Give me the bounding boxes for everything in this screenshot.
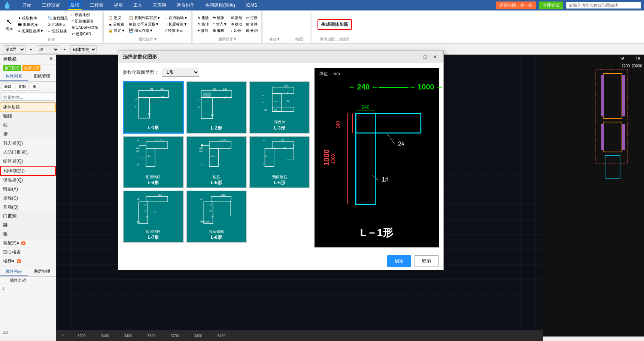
- shape-l6[interactable]: s2↕ 3# ←b1→ 2# ←b1 1# 预留钢筋 L-6形: [249, 136, 310, 188]
- sidebar-item-civil-defense[interactable]: 人防门框墙(...: [0, 148, 56, 157]
- shape-l7[interactable]: ←Ls2→ s2↕ 3# 2# ←b1→ 1# 4# 预留钢筋 L-7形: [123, 191, 184, 243]
- save-element-btn[interactable]: 💾 图元存盘▼: [127, 28, 162, 34]
- convert-element-btn[interactable]: ⇄ 转换图元: [163, 28, 189, 34]
- svg-text:←Ls2→: ←Ls2→: [157, 88, 166, 90]
- define-btn[interactable]: 📋 定义: [107, 15, 127, 21]
- menu-start[interactable]: 开始: [20, 1, 34, 9]
- menu-project-settings[interactable]: 工程设置: [40, 1, 62, 9]
- length-mark-btn[interactable]: ⊣ 长度标注▼: [163, 21, 189, 27]
- filter-element-btn[interactable]: ⊘ 过滤图元: [46, 22, 70, 28]
- general-ops-col2: ⇆ 镜像 ≡ 对齐▼ ⊞ 偏移: [211, 15, 229, 34]
- attr-select-btn[interactable]: ≡ 按属性选择▼: [16, 28, 45, 34]
- shape-l1[interactable]: ←b1→ ←Ls2→ s2↕ s1↕ 2# 1# L-1形: [123, 81, 184, 134]
- menu-igms[interactable]: IGMS: [243, 2, 259, 9]
- cancel-btn[interactable]: 取消: [414, 255, 439, 267]
- offset-btn[interactable]: ⊞ 偏移: [211, 28, 229, 34]
- restore-cad-btn[interactable]: ↩ 还原CAD: [70, 31, 100, 37]
- shape-l3[interactable]: ←Ls2→ s2↕ b1↕ 1 ←b1→ 2# 4# 3#: [249, 81, 310, 134]
- ribbon-draw-btns: [290, 12, 308, 37]
- sidebar-item-stairs[interactable]: 楼梯● ●: [0, 257, 56, 266]
- component-search-input[interactable]: [1, 94, 54, 101]
- extend-btn[interactable]: ↕ 延伸: [230, 28, 244, 34]
- sidebar-item-masonry-wall[interactable]: 砌体墙(Q): [0, 157, 56, 166]
- sidebar-item-hidden-beam[interactable]: 暗梁(A): [0, 185, 56, 194]
- sidebar-item-insulation[interactable]: 保温墙(Q): [0, 176, 56, 185]
- copy-component-btn[interactable]: 复制: [16, 83, 28, 91]
- copy2-btn[interactable]: ⊞ 复制: [230, 15, 244, 21]
- trial-badge[interactable]: 免费试用: [22, 65, 40, 71]
- general-ops-col1: ✕ 删除 ↻ 旋转 + 修剪: [196, 15, 210, 34]
- sidebar-item-wall-buttress[interactable]: 墙垛(E): [0, 194, 56, 203]
- menu-pricing[interactable]: 造价协作: [174, 1, 197, 9]
- sidebar-tab-drawings[interactable]: 图纸管理: [28, 72, 56, 81]
- auto-align-btn[interactable]: ⊞ 自动平齐顶板▼: [127, 21, 162, 27]
- attr-num-header: [0, 277, 7, 284]
- break-btn[interactable]: ✂ 打断: [244, 15, 259, 21]
- delete-component-btn[interactable]: 删: [30, 83, 39, 91]
- confirm-btn[interactable]: 确定: [387, 255, 411, 267]
- modify-btn[interactable]: + 修剪: [196, 28, 210, 34]
- dialog-minimize-btn[interactable]: □: [422, 53, 428, 61]
- align-btn[interactable]: ≡ 对齐▼: [211, 21, 229, 27]
- cad-identify-btn[interactable]: ⊞ CAD识别选项: [70, 25, 100, 31]
- generate-masonry-btn[interactable]: 生成砌体加筋: [318, 19, 352, 30]
- cloud-check-btn[interactable]: ☁ 云检查: [107, 21, 127, 27]
- type2-select[interactable]: 砌体加筋: [70, 45, 97, 54]
- find-replace-btn[interactable]: ↔ 查找替换: [46, 28, 70, 34]
- help-search-btn[interactable]: 遇到问题，搜一搜: [496, 1, 536, 9]
- mirror-btn[interactable]: ⇆ 镜像: [211, 15, 229, 21]
- svg-text:锚度: 锚度: [136, 150, 140, 152]
- identify-floor-btn[interactable]: ≡ 识别楼层表: [70, 18, 100, 24]
- batch-select-btn[interactable]: ☰ 批量选择: [16, 22, 45, 28]
- floor-select[interactable]: 第2层: [3, 45, 25, 54]
- find-element-btn[interactable]: 🔍 查找图元: [46, 15, 70, 21]
- svg-rect-63: [272, 142, 294, 148]
- svg-text:s2↕: s2↕: [137, 198, 140, 200]
- sidebar-item-masonry-rebar[interactable]: 砌体加筋(): [0, 166, 56, 176]
- menu-quantities[interactable]: 工程量: [88, 1, 106, 9]
- rotate-btn[interactable]: ↻ 旋转: [196, 21, 210, 27]
- sidebar-item-hollow-floor[interactable]: 空心楼盖: [0, 248, 56, 257]
- select-btn[interactable]: ↖ 选择: [2, 17, 16, 32]
- new-component-btn[interactable]: 新建: [1, 83, 14, 91]
- function-search-input[interactable]: [566, 2, 641, 9]
- sidebar-item-curtain[interactable]: 幕墙(Q): [0, 203, 56, 212]
- move-btn[interactable]: ✥ 移动: [230, 21, 244, 27]
- sidebar-close-icon[interactable]: ✕: [49, 56, 53, 63]
- sidebar-category-masonry[interactable]: 砌体加筋: [0, 103, 56, 112]
- shape-l5[interactable]: ←Ls2→ 钢筋 锚度 ←b1→ 1# 植筋 L-5形: [186, 136, 247, 188]
- attr-tab-layers[interactable]: 图层管理: [28, 268, 56, 276]
- shape-l8[interactable]: ←Ls2→ s2↕ 3# 2# ←b1 预留钢筋 预留钢筋 L-8形: [186, 191, 247, 243]
- shape-l1-label: L-1形: [148, 125, 159, 131]
- trial-btn[interactable]: 立即尝试: [539, 1, 563, 9]
- shape-l4[interactable]: 2# ←Ls2→ 钢筋 锚度 ←b1→ 1# 预留钢筋: [123, 136, 184, 188]
- svg-text:←Ls2→: ←Ls2→: [218, 194, 228, 196]
- shape-select-dialog[interactable]: 选择参数化图形 □ ✕ 参数化截面类型： L形 T形 一字形 Z形: [118, 51, 444, 270]
- delete-btn[interactable]: ✕ 删除: [196, 15, 210, 21]
- sidebar-tab-components[interactable]: 构件列表: [0, 72, 28, 81]
- menu-cloud[interactable]: 云应用: [151, 1, 168, 9]
- two-pt-axis-btn[interactable]: ↔ 两点轴轴▼: [163, 15, 189, 21]
- menu-view[interactable]: 视图: [112, 1, 125, 9]
- shape-l2[interactable]: ←b1→ ←Ls2→ s2↕ s1↕ 2# 1# L-2形: [186, 81, 247, 134]
- lock-btn[interactable]: 🔒 锁定▼: [107, 28, 127, 34]
- svg-rect-7: [622, 124, 625, 150]
- svg-rect-74: [146, 197, 168, 202]
- preview-shape-svg: 240 240 1000 2# 1#: [326, 94, 431, 217]
- merge-btn[interactable]: ⊞ 合并: [244, 21, 259, 27]
- copy-to-floor-btn[interactable]: 📋 复制到其它层▼: [127, 15, 162, 21]
- ribbon-sep4: [287, 12, 287, 42]
- menu-collab[interactable]: 协同建模(限免): [203, 1, 237, 9]
- section-type-select[interactable]: L形 T形 一字形 Z形: [162, 68, 199, 77]
- pick-element-btn[interactable]: ✦ 拾取构件: [16, 15, 45, 21]
- sidebar-item-shear-wall[interactable]: 剪力墙(Q): [0, 139, 56, 148]
- menu-tools[interactable]: 工具: [131, 1, 145, 9]
- set-scale-btn[interactable]: □ 设置比例: [70, 12, 100, 18]
- type1-select[interactable]: 墙: [37, 45, 59, 54]
- dialog-close-btn[interactable]: ✕: [431, 53, 439, 61]
- attr-tab-list[interactable]: 属性列表: [0, 268, 28, 276]
- menu-modeling[interactable]: 建模: [68, 1, 82, 10]
- split-btn[interactable]: ⊟ 分割: [244, 28, 259, 34]
- sidebar-item-assembled[interactable]: 装配式● ●: [0, 239, 56, 248]
- svg-text:←b1→: ←b1→: [211, 88, 219, 91]
